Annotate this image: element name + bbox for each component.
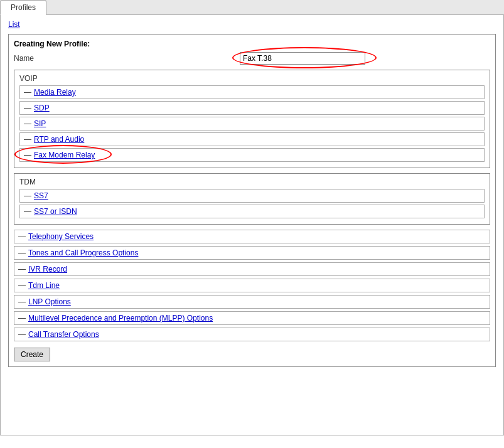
tdm-section: TDM — SS7 — SS7 or ISDN	[14, 173, 490, 225]
list-link[interactable]: List	[8, 20, 20, 29]
list-item[interactable]: — Tones and Call Progress Options	[14, 246, 490, 260]
list-item[interactable]: — Telephony Services	[14, 230, 490, 243]
voip-section: VOIP — Media Relay — SDP — SIP — RTP and…	[14, 70, 490, 168]
list-item[interactable]: — Call Transfer Options	[14, 328, 490, 341]
ss7-link[interactable]: SS7	[34, 191, 48, 200]
dash-icon: —	[18, 314, 26, 323]
dash-icon: —	[24, 191, 31, 200]
name-input[interactable]	[240, 52, 365, 65]
list-item[interactable]: — Fax Modem Relay	[19, 148, 485, 162]
list-item[interactable]: — SS7 or ISDN	[19, 205, 485, 218]
tdm-line-link[interactable]: Tdm Line	[28, 281, 60, 290]
ss7-isdn-link[interactable]: SS7 or ISDN	[34, 207, 77, 216]
list-item[interactable]: — SDP	[19, 101, 485, 115]
fax-modem-relay-link[interactable]: Fax Modem Relay	[34, 151, 95, 159]
tones-call-progress-link[interactable]: Tones and Call Progress Options	[28, 248, 138, 257]
dash-icon: —	[18, 232, 26, 241]
sip-link[interactable]: SIP	[34, 119, 46, 128]
dash-icon: —	[24, 119, 31, 128]
call-transfer-link[interactable]: Call Transfer Options	[28, 330, 99, 339]
list-item[interactable]: — RTP and Audio	[19, 132, 485, 146]
dash-icon: —	[24, 151, 31, 159]
tdm-label: TDM	[19, 178, 485, 186]
tab-profiles[interactable]: Profiles	[0, 0, 46, 15]
form-title: Creating New Profile:	[14, 40, 490, 48]
creating-new-profile-section: Creating New Profile: Name VOIP — Media …	[8, 34, 496, 367]
list-item[interactable]: — Tdm Line	[14, 279, 490, 292]
list-item[interactable]: — SIP	[19, 117, 485, 131]
list-item[interactable]: — SS7	[19, 189, 485, 203]
tab-profiles-label: Profiles	[11, 3, 36, 12]
lnp-options-link[interactable]: LNP Options	[28, 297, 71, 306]
rtp-audio-link[interactable]: RTP and Audio	[34, 135, 84, 144]
dash-icon: —	[24, 207, 31, 216]
create-button[interactable]: Create	[14, 348, 50, 361]
dash-icon: —	[24, 104, 31, 112]
name-label: Name	[14, 54, 89, 63]
list-item[interactable]: — LNP Options	[14, 295, 490, 309]
dash-icon: —	[18, 281, 26, 290]
telephony-services-link[interactable]: Telephony Services	[28, 232, 94, 241]
dash-icon: —	[24, 88, 31, 97]
dash-icon: —	[18, 265, 26, 274]
media-relay-link[interactable]: Media Relay	[34, 88, 76, 97]
name-input-wrapper	[240, 52, 365, 65]
list-item[interactable]: — Media Relay	[19, 85, 485, 99]
fax-modem-wrapper: — Fax Modem Relay	[19, 148, 485, 162]
dash-icon: —	[24, 135, 31, 144]
name-row: Name	[14, 52, 490, 65]
ivr-record-link[interactable]: IVR Record	[28, 265, 67, 274]
dash-icon: —	[18, 297, 26, 306]
dash-icon: —	[18, 248, 26, 257]
dash-icon: —	[18, 330, 26, 339]
page-content: List Creating New Profile: Name VOIP — M…	[0, 15, 504, 435]
mlpp-options-link[interactable]: Multilevel Precedence and Preemption (ML…	[28, 314, 213, 323]
sdp-link[interactable]: SDP	[34, 104, 50, 112]
list-item[interactable]: — Multilevel Precedence and Preemption (…	[14, 311, 490, 325]
tab-bar: Profiles	[0, 0, 504, 15]
voip-label: VOIP	[19, 74, 485, 83]
list-item[interactable]: — IVR Record	[14, 262, 490, 276]
